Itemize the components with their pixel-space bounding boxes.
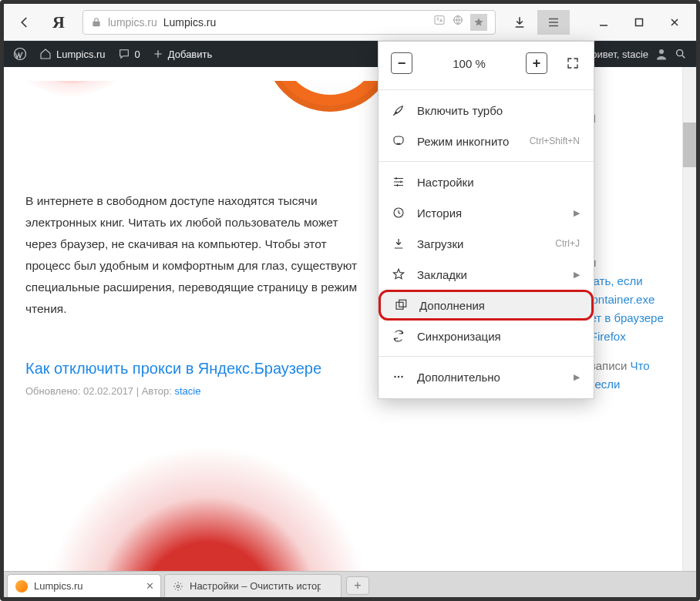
chevron-right-icon: ▶ bbox=[574, 208, 580, 218]
plus-icon bbox=[153, 49, 163, 59]
tab-settings[interactable]: Настройки – Очистить историю bbox=[164, 574, 342, 597]
svg-point-12 bbox=[401, 376, 402, 378]
comment-icon bbox=[118, 48, 130, 60]
lock-icon bbox=[91, 17, 102, 28]
menu-label: Синхронизация bbox=[417, 330, 501, 343]
wp-site-name: Lumpics.ru bbox=[56, 49, 106, 60]
avatar-icon[interactable] bbox=[655, 47, 668, 61]
svg-point-5 bbox=[677, 50, 683, 56]
meta-prefix: Обновлено: 02.02.2017 | Автор: bbox=[25, 385, 174, 397]
downloads-button[interactable] bbox=[503, 10, 536, 35]
menu-hint: Ctrl+J bbox=[555, 238, 580, 249]
menu-label: Дополнительно bbox=[417, 371, 500, 384]
tab-strip: Lumpics.ru ✕ Настройки – Очистить истори… bbox=[4, 571, 696, 597]
address-domain: lumpics.ru bbox=[108, 16, 157, 29]
globe-icon[interactable] bbox=[452, 14, 464, 26]
yandex-logo[interactable]: Я bbox=[42, 10, 75, 35]
scrollbar[interactable] bbox=[682, 67, 696, 571]
article-paragraph: В интернете в свободном доступе находятс… bbox=[25, 190, 372, 320]
zoom-controls: − 100 % + bbox=[379, 42, 594, 85]
tab-label: Настройки – Очистить историю bbox=[190, 580, 321, 592]
article-badge-graphic bbox=[25, 437, 551, 571]
fullscreen-icon[interactable] bbox=[566, 56, 580, 70]
window-close[interactable] bbox=[658, 10, 692, 35]
tab-lumpics[interactable]: Lumpics.ru ✕ bbox=[7, 574, 161, 597]
sync-icon bbox=[391, 329, 406, 343]
menu-label: Дополнения bbox=[419, 299, 485, 312]
menu-button[interactable] bbox=[537, 10, 570, 35]
wp-logo[interactable] bbox=[13, 47, 27, 61]
home-icon bbox=[39, 48, 52, 60]
addons-icon bbox=[393, 298, 409, 312]
svg-point-11 bbox=[398, 376, 399, 378]
menu-label: Режим инкогнито bbox=[417, 135, 509, 148]
svg-point-10 bbox=[394, 376, 395, 378]
sliders-icon bbox=[391, 175, 406, 189]
menu-item-more[interactable]: Дополнительно ▶ bbox=[379, 361, 594, 392]
wp-site[interactable]: Lumpics.ru bbox=[39, 48, 106, 60]
menu-item-settings[interactable]: Настройки bbox=[379, 166, 594, 197]
menu-item-incognito[interactable]: Режим инкогнито Ctrl+Shift+N bbox=[379, 126, 594, 156]
menu-label: Включить турбо bbox=[417, 104, 503, 117]
wp-comments-count: 0 bbox=[135, 49, 140, 60]
scrollbar-thumb[interactable] bbox=[683, 123, 696, 167]
window-minimize[interactable] bbox=[587, 10, 621, 35]
back-button[interactable] bbox=[8, 10, 41, 35]
svg-rect-8 bbox=[396, 302, 403, 309]
main-menu-dropdown: − 100 % + Включить турбо Режим инкогнито… bbox=[378, 41, 594, 399]
menu-label: Загрузки bbox=[417, 237, 463, 250]
menu-item-bookmarks[interactable]: Закладки ▶ bbox=[379, 259, 594, 290]
menu-label: Закладки bbox=[417, 268, 467, 281]
menu-item-downloads[interactable]: Загрузки Ctrl+J bbox=[379, 228, 594, 259]
wp-add[interactable]: Добавить bbox=[153, 49, 212, 60]
star-icon bbox=[391, 267, 406, 281]
rocket-icon bbox=[391, 103, 406, 117]
zoom-value: 100 % bbox=[426, 57, 512, 70]
bookmark-star-icon[interactable] bbox=[470, 14, 487, 31]
more-icon bbox=[391, 370, 406, 384]
address-title: Lumpics.ru bbox=[163, 16, 216, 29]
menu-item-sync[interactable]: Синхронизация bbox=[379, 321, 594, 351]
wp-add-label: Добавить bbox=[168, 49, 212, 60]
gear-icon bbox=[173, 581, 183, 592]
zoom-in-button[interactable]: + bbox=[526, 52, 547, 74]
translate-icon[interactable] bbox=[433, 14, 446, 26]
new-tab-button[interactable]: + bbox=[346, 576, 369, 595]
svg-point-6 bbox=[177, 585, 180, 588]
wp-comments[interactable]: 0 bbox=[118, 48, 140, 60]
svg-rect-9 bbox=[399, 300, 406, 307]
search-icon[interactable] bbox=[675, 48, 687, 60]
history-icon bbox=[391, 206, 406, 220]
menu-label: История bbox=[417, 206, 462, 220]
svg-rect-0 bbox=[435, 15, 444, 24]
menu-label: Настройки bbox=[417, 176, 474, 189]
menu-item-addons[interactable]: Дополнения bbox=[379, 290, 594, 321]
close-icon[interactable]: ✕ bbox=[146, 580, 154, 592]
chevron-right-icon: ▶ bbox=[574, 270, 580, 280]
chevron-right-icon: ▶ bbox=[574, 372, 580, 382]
mask-icon bbox=[391, 134, 406, 148]
address-bar[interactable]: lumpics.ru Lumpics.ru bbox=[82, 10, 496, 35]
favicon-icon bbox=[15, 580, 28, 593]
window-maximize[interactable] bbox=[622, 10, 656, 35]
download-icon bbox=[391, 237, 406, 250]
menu-hint: Ctrl+Shift+N bbox=[530, 136, 580, 146]
author-link[interactable]: stacie bbox=[174, 385, 200, 397]
zoom-out-button[interactable]: − bbox=[391, 52, 412, 74]
svg-rect-2 bbox=[636, 18, 643, 25]
browser-toolbar: Я lumpics.ru Lumpics.ru bbox=[4, 4, 696, 41]
menu-item-turbo[interactable]: Включить турбо bbox=[379, 95, 594, 126]
menu-item-history[interactable]: История ▶ bbox=[379, 197, 594, 228]
tab-label: Lumpics.ru bbox=[34, 580, 83, 592]
svg-point-4 bbox=[659, 49, 664, 54]
